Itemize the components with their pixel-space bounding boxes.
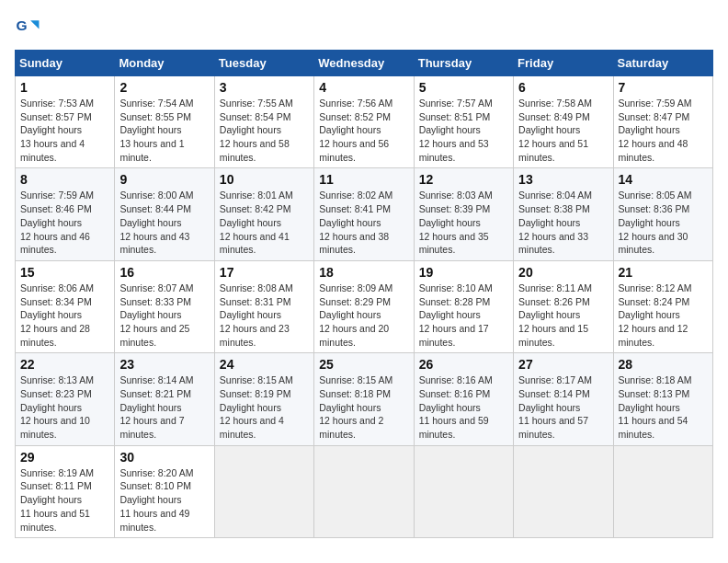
calendar-cell: 15Sunrise: 8:06 AMSunset: 8:34 PMDayligh… [16, 260, 115, 352]
day-info: Sunrise: 8:12 AMSunset: 8:24 PMDaylight … [619, 282, 708, 349]
day-info: Sunrise: 8:01 AMSunset: 8:42 PMDaylight … [220, 189, 309, 256]
day-info: Sunrise: 8:08 AMSunset: 8:31 PMDaylight … [220, 282, 309, 349]
logo: G [15, 15, 44, 40]
calendar-cell: 28Sunrise: 8:18 AMSunset: 8:13 PMDayligh… [613, 353, 712, 445]
day-number: 22 [20, 357, 109, 372]
header-day-sunday: Sunday [16, 51, 115, 76]
day-number: 14 [619, 172, 708, 187]
calendar-week-row: 8Sunrise: 7:59 AMSunset: 8:46 PMDaylight… [16, 168, 713, 260]
day-info: Sunrise: 8:15 AMSunset: 8:18 PMDaylight … [319, 373, 408, 441]
calendar-cell: 19Sunrise: 8:10 AMSunset: 8:28 PMDayligh… [414, 260, 513, 352]
day-number: 3 [220, 80, 309, 95]
day-number: 25 [319, 357, 408, 372]
calendar-cell [314, 445, 414, 537]
page-header: G [15, 15, 713, 40]
day-info: Sunrise: 7:54 AMSunset: 8:55 PMDaylight … [119, 97, 209, 164]
calendar-cell: 14Sunrise: 8:05 AMSunset: 8:36 PMDayligh… [613, 168, 712, 260]
day-number: 20 [518, 265, 608, 280]
day-number: 19 [419, 265, 508, 280]
header-day-friday: Friday [514, 51, 613, 76]
day-info: Sunrise: 8:18 AMSunset: 8:13 PMDaylight … [619, 373, 708, 441]
calendar-week-row: 1Sunrise: 7:53 AMSunset: 8:57 PMDaylight… [16, 76, 713, 168]
day-number: 7 [619, 80, 708, 95]
calendar-cell: 9Sunrise: 8:00 AMSunset: 8:44 PMDaylight… [115, 168, 214, 260]
day-number: 12 [419, 172, 508, 187]
calendar-week-row: 15Sunrise: 8:06 AMSunset: 8:34 PMDayligh… [16, 260, 713, 352]
day-info: Sunrise: 8:05 AMSunset: 8:36 PMDaylight … [619, 189, 708, 256]
day-info: Sunrise: 7:58 AMSunset: 8:49 PMDaylight … [518, 97, 608, 164]
day-number: 1 [20, 80, 109, 95]
day-info: Sunrise: 7:59 AMSunset: 8:47 PMDaylight … [619, 97, 708, 164]
day-number: 16 [119, 265, 209, 280]
calendar-cell: 20Sunrise: 8:11 AMSunset: 8:26 PMDayligh… [514, 260, 613, 352]
calendar-cell [514, 445, 613, 537]
svg-marker-1 [30, 20, 39, 29]
day-number: 18 [319, 265, 408, 280]
day-number: 28 [619, 357, 708, 372]
day-number: 27 [518, 357, 608, 372]
day-number: 15 [20, 265, 109, 280]
day-number: 6 [518, 80, 608, 95]
day-number: 13 [518, 172, 608, 187]
calendar-cell: 26Sunrise: 8:16 AMSunset: 8:16 PMDayligh… [414, 353, 513, 445]
day-number: 26 [419, 357, 508, 372]
calendar-cell: 5Sunrise: 7:57 AMSunset: 8:51 PMDaylight… [414, 76, 513, 168]
calendar-cell: 3Sunrise: 7:55 AMSunset: 8:54 PMDaylight… [214, 76, 313, 168]
calendar-cell [613, 445, 712, 537]
day-info: Sunrise: 8:04 AMSunset: 8:38 PMDaylight … [518, 189, 608, 256]
calendar-cell: 27Sunrise: 8:17 AMSunset: 8:14 PMDayligh… [514, 353, 613, 445]
day-info: Sunrise: 8:06 AMSunset: 8:34 PMDaylight … [20, 282, 109, 349]
calendar-week-row: 29Sunrise: 8:19 AMSunset: 8:11 PMDayligh… [16, 445, 713, 537]
calendar-cell: 30Sunrise: 8:20 AMSunset: 8:10 PMDayligh… [115, 445, 214, 537]
calendar-cell: 25Sunrise: 8:15 AMSunset: 8:18 PMDayligh… [314, 353, 414, 445]
day-info: Sunrise: 8:09 AMSunset: 8:29 PMDaylight … [319, 282, 408, 349]
calendar-cell: 7Sunrise: 7:59 AMSunset: 8:47 PMDaylight… [613, 76, 712, 168]
day-info: Sunrise: 8:03 AMSunset: 8:39 PMDaylight … [419, 189, 508, 256]
day-number: 10 [220, 172, 309, 187]
day-info: Sunrise: 7:59 AMSunset: 8:46 PMDaylight … [20, 189, 109, 256]
day-number: 17 [220, 265, 309, 280]
day-info: Sunrise: 8:13 AMSunset: 8:23 PMDaylight … [20, 373, 109, 441]
day-info: Sunrise: 7:56 AMSunset: 8:52 PMDaylight … [319, 97, 408, 164]
day-info: Sunrise: 7:53 AMSunset: 8:57 PMDaylight … [20, 97, 109, 164]
day-info: Sunrise: 8:14 AMSunset: 8:21 PMDaylight … [119, 373, 209, 441]
calendar-cell: 21Sunrise: 8:12 AMSunset: 8:24 PMDayligh… [613, 260, 712, 352]
day-info: Sunrise: 8:17 AMSunset: 8:14 PMDaylight … [518, 373, 608, 441]
day-number: 2 [119, 80, 209, 95]
calendar-week-row: 22Sunrise: 8:13 AMSunset: 8:23 PMDayligh… [16, 353, 713, 445]
day-number: 5 [419, 80, 508, 95]
day-number: 9 [119, 172, 209, 187]
header-day-monday: Monday [115, 51, 214, 76]
calendar-cell: 18Sunrise: 8:09 AMSunset: 8:29 PMDayligh… [314, 260, 414, 352]
calendar-cell: 23Sunrise: 8:14 AMSunset: 8:21 PMDayligh… [115, 353, 214, 445]
calendar-cell: 11Sunrise: 8:02 AMSunset: 8:41 PMDayligh… [314, 168, 414, 260]
calendar-cell: 2Sunrise: 7:54 AMSunset: 8:55 PMDaylight… [115, 76, 214, 168]
day-number: 30 [119, 450, 209, 465]
header-day-tuesday: Tuesday [214, 51, 313, 76]
day-number: 21 [619, 265, 708, 280]
day-number: 23 [119, 357, 209, 372]
day-number: 11 [319, 172, 408, 187]
calendar-cell: 6Sunrise: 7:58 AMSunset: 8:49 PMDaylight… [514, 76, 613, 168]
calendar-cell: 29Sunrise: 8:19 AMSunset: 8:11 PMDayligh… [16, 445, 115, 537]
day-number: 24 [220, 357, 309, 372]
day-info: Sunrise: 8:15 AMSunset: 8:19 PMDaylight … [220, 373, 309, 441]
day-info: Sunrise: 7:55 AMSunset: 8:54 PMDaylight … [220, 97, 309, 164]
calendar-cell: 12Sunrise: 8:03 AMSunset: 8:39 PMDayligh… [414, 168, 513, 260]
day-number: 29 [20, 450, 109, 465]
day-info: Sunrise: 7:57 AMSunset: 8:51 PMDaylight … [419, 97, 508, 164]
calendar-cell: 17Sunrise: 8:08 AMSunset: 8:31 PMDayligh… [214, 260, 313, 352]
calendar-cell: 10Sunrise: 8:01 AMSunset: 8:42 PMDayligh… [214, 168, 313, 260]
header-day-saturday: Saturday [613, 51, 712, 76]
calendar-cell: 16Sunrise: 8:07 AMSunset: 8:33 PMDayligh… [115, 260, 214, 352]
svg-text:G: G [17, 17, 28, 33]
day-info: Sunrise: 8:10 AMSunset: 8:28 PMDaylight … [419, 282, 508, 349]
day-number: 4 [319, 80, 408, 95]
day-info: Sunrise: 8:20 AMSunset: 8:10 PMDaylight … [119, 466, 209, 534]
calendar-cell: 24Sunrise: 8:15 AMSunset: 8:19 PMDayligh… [214, 353, 313, 445]
day-info: Sunrise: 8:02 AMSunset: 8:41 PMDaylight … [319, 189, 408, 256]
calendar-cell [214, 445, 313, 537]
calendar-cell: 1Sunrise: 7:53 AMSunset: 8:57 PMDaylight… [16, 76, 115, 168]
calendar-cell: 13Sunrise: 8:04 AMSunset: 8:38 PMDayligh… [514, 168, 613, 260]
calendar-cell: 4Sunrise: 7:56 AMSunset: 8:52 PMDaylight… [314, 76, 414, 168]
